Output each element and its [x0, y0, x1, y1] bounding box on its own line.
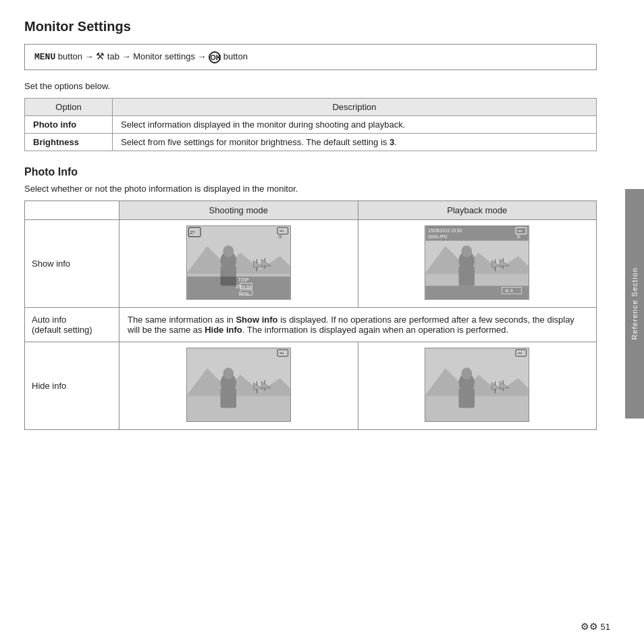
show-info-row: Show info: [25, 219, 597, 307]
page-number-area: ⚙⚙ 51: [581, 621, 610, 632]
show-info-playback-screen: 15/05/2012 15:30 0004.JPG ▪▪▪ ① 4/ 4: [425, 225, 529, 300]
svg-text:▪▪▪: ▪▪▪: [518, 228, 522, 232]
svg-point-48: [223, 367, 234, 379]
photo-info-title: Photo Info: [24, 166, 597, 178]
svg-rect-37: [426, 286, 529, 299]
auto-info-row: Auto info(default setting) The same info…: [25, 307, 597, 342]
svg-text:720P: 720P: [238, 277, 249, 282]
hide-info-row: Hide info: [25, 342, 597, 429]
svg-rect-49: [220, 387, 236, 407]
svg-point-8: [223, 245, 234, 257]
ok-button-icon: OK: [209, 51, 221, 63]
show-info-shooting-img: Z² ▪▪▪ ① 720P 29m 0s [ 978]: [119, 219, 358, 307]
option-table: Option Description Photo info Select inf…: [24, 98, 597, 151]
hide-info-playback-screen: ▪▪▪: [425, 348, 529, 422]
svg-rect-42: [187, 396, 290, 421]
reference-sidebar-label: Reference Section: [630, 267, 639, 340]
svg-rect-61: [459, 387, 475, 407]
photo-info-table: Shooting mode Playback mode Show info: [24, 200, 597, 430]
svg-text:Z²: Z²: [190, 229, 195, 235]
menu-label: MENU: [34, 52, 55, 62]
nav-text: button →: [58, 51, 96, 61]
desc-brightness: Select from five settings for monitor br…: [113, 133, 597, 151]
tab-icon: ⚒: [96, 51, 105, 61]
hide-info-shooting-img: ▪▪▪: [119, 342, 358, 429]
hide-info-shooting-screen: ▪▪▪: [186, 348, 291, 422]
svg-rect-30: [459, 265, 475, 285]
show-info-label: Show info: [25, 219, 119, 307]
table-row: Photo info Select information displayed …: [25, 115, 597, 133]
page-number: 51: [601, 622, 610, 632]
page-title: Monitor Settings: [24, 19, 597, 34]
option-photo-info: Photo info: [25, 115, 113, 133]
svg-text:▪▪▪: ▪▪▪: [279, 228, 284, 232]
table-row: Brightness Select from five settings for…: [25, 133, 597, 151]
shooting-mode-header: Shooting mode: [119, 200, 358, 219]
option-brightness: Brightness: [25, 133, 113, 151]
show-info-shooting-screen: Z² ▪▪▪ ① 720P 29m 0s [ 978]: [186, 225, 291, 300]
photo-info-section: Photo Info Select whether or not the pho…: [24, 166, 597, 430]
reference-sidebar: Reference Section: [625, 189, 644, 419]
svg-rect-54: [426, 396, 529, 421]
hide-info-label: Hide info: [25, 342, 119, 429]
option-col-header: Option: [25, 98, 113, 115]
hide-info-playback-img: ▪▪▪: [358, 342, 597, 429]
svg-text:①: ①: [278, 234, 282, 238]
nav-box: MENU button → ⚒ tab → Monitor settings →…: [24, 44, 597, 70]
photo-info-description: Select whether or not the photo informat…: [24, 184, 597, 194]
desc-photo-info: Select information displayed in the moni…: [113, 115, 597, 133]
show-info-playback-img: 15/05/2012 15:30 0004.JPG ▪▪▪ ① 4/ 4: [358, 219, 597, 307]
svg-text:▪▪▪: ▪▪▪: [518, 350, 522, 354]
camera-page-icon: ⚙⚙: [581, 621, 598, 632]
playback-mode-header: Playback mode: [358, 200, 597, 219]
svg-point-29: [462, 245, 473, 257]
set-options-text: Set the options below.: [24, 81, 597, 91]
svg-text:①: ①: [516, 234, 520, 238]
description-col-header: Description: [113, 98, 597, 115]
svg-text:0004.JPG: 0004.JPG: [429, 234, 448, 238]
svg-point-60: [462, 367, 473, 379]
auto-info-label: Auto info(default setting): [25, 307, 119, 342]
nav-text2: tab → Monitor settings →: [107, 51, 209, 61]
svg-text:4/   4: 4/ 4: [505, 288, 513, 293]
auto-info-description: The same information as in Show info is …: [119, 307, 597, 342]
svg-text:15/05/2012  15:30: 15/05/2012 15:30: [429, 227, 462, 232]
nav-text3: button: [223, 51, 248, 61]
svg-text:▪▪▪: ▪▪▪: [279, 350, 284, 354]
